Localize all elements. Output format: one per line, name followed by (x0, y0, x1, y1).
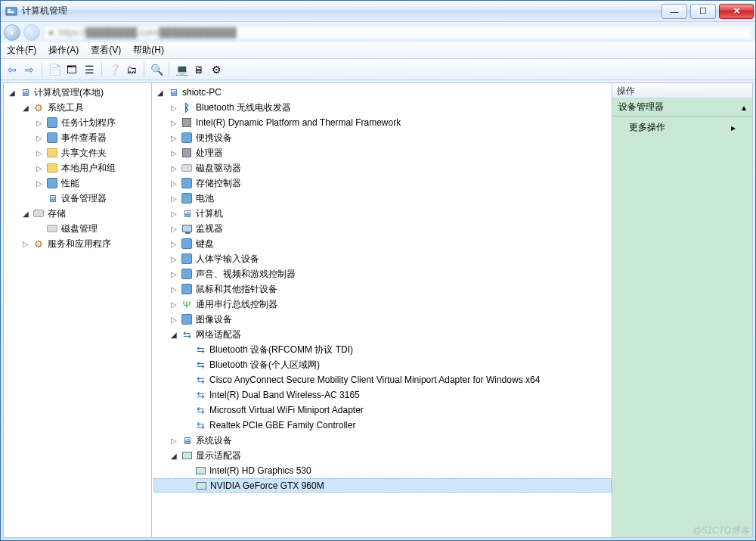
menu-view[interactable]: 查看(V) (85, 42, 127, 59)
help-button[interactable]: ❔ (106, 61, 122, 78)
tree-toggle[interactable]: ▷ (169, 163, 179, 173)
device-item[interactable]: ⇆Intel(R) Dual Band Wireless-AC 3165 (153, 387, 612, 403)
device-system-devices[interactable]: ▷🖥系统设备 (153, 433, 612, 448)
tree-toggle[interactable]: ◢ (20, 208, 31, 219)
device-network-adapters[interactable]: ◢⇆网络适配器 (153, 327, 612, 342)
device-tree-pane[interactable]: ◢🖥shiotc-PC▷ᛒBluetooth 无线电收发器▷Intel(R) D… (152, 83, 612, 537)
more-actions[interactable]: 更多操作 ▸ (612, 117, 752, 138)
device-category[interactable]: ▷便携设备 (153, 130, 612, 145)
tree-toggle[interactable]: ▷ (169, 193, 179, 204)
device-item[interactable]: Intel(R) HD Graphics 530 (153, 463, 612, 478)
collapse-icon[interactable]: ▴ (742, 102, 746, 113)
console-item[interactable]: 🖥设备管理器 (5, 191, 151, 206)
menu-action[interactable]: 操作(A) (42, 42, 85, 59)
console-item[interactable]: ▷共享文件夹 (5, 145, 151, 160)
device-category[interactable]: ▷监视器 (153, 221, 612, 236)
address-field[interactable]: ● https://████████.com/████████████ (43, 25, 752, 40)
device-category[interactable]: ▷Intel(R) Dynamic Platform and Thermal F… (153, 115, 612, 130)
device-category[interactable]: ▷鼠标和其他指针设备 (153, 281, 612, 297)
tree-toggle[interactable]: ▷ (169, 299, 179, 309)
tree-toggle[interactable]: ◢ (7, 87, 17, 98)
console-item[interactable]: ▷任务计划程序 (5, 115, 151, 130)
scan-button[interactable]: 💻 (173, 61, 190, 78)
device-root[interactable]: ◢🖥shiotc-PC (153, 85, 612, 100)
device-category[interactable]: ▷键盘 (153, 236, 612, 251)
actions-section[interactable]: 设备管理器 ▴ (612, 98, 752, 117)
minimize-button[interactable]: — (662, 4, 687, 19)
tree-toggle[interactable]: ◢ (20, 102, 31, 113)
up-button[interactable]: 📄 (46, 61, 63, 78)
console-item[interactable]: ▷事件查看器 (5, 130, 151, 145)
device-item[interactable]: ⇆Realtek PCIe GBE Family Controller (153, 418, 612, 433)
toolbar-button[interactable]: 🗂 (123, 61, 140, 78)
back-button[interactable]: ⇦ (4, 61, 20, 78)
tree-toggle[interactable]: ▷ (169, 148, 179, 158)
console-system-tools[interactable]: ◢⚙系统工具 (5, 100, 151, 115)
tree-toggle[interactable]: ▷ (34, 117, 45, 128)
actions-section-label: 设备管理器 (618, 101, 664, 113)
tree-toggle[interactable]: ▷ (169, 253, 179, 264)
device-item[interactable]: NVIDIA GeForce GTX 960M (153, 478, 612, 493)
device-category[interactable]: ▷🖥计算机 (153, 206, 612, 221)
device-item[interactable]: ⇆Bluetooth 设备(个人区域网) (153, 357, 612, 372)
device-category[interactable]: ▷声音、视频和游戏控制器 (153, 266, 612, 281)
toolbar-button[interactable]: ⚙ (208, 61, 225, 78)
app-icon (5, 5, 17, 17)
tree-toggle[interactable]: ▷ (34, 178, 45, 188)
tree-toggle[interactable]: ▷ (169, 117, 179, 128)
forward-button[interactable]: ⇨ (21, 61, 38, 78)
tree-toggle[interactable]: ▷ (34, 163, 45, 173)
tree-toggle[interactable]: ▷ (169, 102, 179, 113)
device-category[interactable]: ▷Ψ通用串行总线控制器 (153, 297, 612, 312)
device-category[interactable]: ▷图像设备 (153, 312, 612, 327)
tree-toggle[interactable]: ▷ (169, 178, 179, 188)
tree-item-label: 网络适配器 (196, 328, 241, 341)
device-category[interactable]: ▷处理器 (153, 145, 612, 160)
console-item[interactable]: ▷性能 (5, 176, 151, 191)
device-item[interactable]: ⇆Microsoft Virtual WiFi Miniport Adapter (153, 403, 612, 418)
console-tree-pane[interactable]: ◢🖥计算机管理(本地)◢⚙系统工具▷任务计划程序▷事件查看器▷共享文件夹▷本地用… (4, 83, 152, 537)
nav-forward-icon[interactable]: › (23, 24, 40, 41)
tree-toggle[interactable]: ▷ (34, 132, 45, 143)
menu-file[interactable]: 文件(F) (1, 42, 42, 59)
tree-toggle[interactable]: ▷ (169, 223, 179, 234)
titlebar[interactable]: 计算机管理 — ☐ ✕ (1, 1, 755, 22)
device-tree[interactable]: ◢🖥shiotc-PC▷ᛒBluetooth 无线电收发器▷Intel(R) D… (152, 83, 612, 494)
console-tree[interactable]: ◢🖥计算机管理(本地)◢⚙系统工具▷任务计划程序▷事件查看器▷共享文件夹▷本地用… (4, 83, 151, 253)
show-hide-tree-button[interactable]: 🗔 (64, 61, 80, 78)
device-category[interactable]: ▷人体学输入设备 (153, 251, 612, 266)
device-item[interactable]: ⇆Cisco AnyConnect Secure Mobility Client… (153, 372, 612, 387)
tree-toggle[interactable]: ▷ (169, 208, 179, 219)
network-icon: ⇆ (194, 389, 206, 401)
toolbar-button[interactable]: 🔍 (148, 61, 165, 78)
tree-toggle[interactable]: ◢ (169, 450, 179, 461)
tree-toggle[interactable]: ▷ (169, 435, 179, 446)
device-display-adapters[interactable]: ◢显示适配器 (153, 448, 612, 463)
uninstall-button[interactable]: 🖥 (191, 61, 207, 78)
maximize-button[interactable]: ☐ (690, 4, 716, 19)
device-item[interactable]: ⇆Bluetooth 设备(RFCOMM 协议 TDI) (153, 342, 612, 357)
properties-button[interactable]: ☰ (81, 61, 98, 78)
tree-toggle[interactable]: ◢ (155, 87, 166, 98)
device-category[interactable]: ▷磁盘驱动器 (153, 160, 612, 176)
menu-help[interactable]: 帮助(H) (127, 42, 170, 59)
tree-toggle[interactable]: ▷ (169, 284, 179, 294)
device-category[interactable]: ▷ᛒBluetooth 无线电收发器 (153, 100, 612, 115)
nav-back-icon[interactable]: ‹ (4, 24, 20, 41)
device-icon (181, 177, 193, 189)
close-button[interactable]: ✕ (719, 4, 754, 19)
tree-toggle[interactable]: ▷ (169, 238, 179, 249)
console-root[interactable]: ◢🖥计算机管理(本地) (5, 85, 151, 100)
device-category[interactable]: ▷存储控制器 (153, 176, 612, 191)
tree-toggle[interactable]: ▷ (20, 238, 31, 249)
tree-toggle[interactable]: ▷ (169, 132, 179, 143)
console-storage[interactable]: ◢存储 (5, 206, 151, 221)
tree-toggle[interactable]: ▷ (34, 148, 45, 158)
console-services[interactable]: ▷⚙服务和应用程序 (5, 236, 151, 251)
tree-toggle[interactable]: ◢ (169, 329, 179, 340)
device-category[interactable]: ▷电池 (153, 191, 612, 206)
tree-toggle[interactable]: ▷ (169, 314, 179, 325)
console-item[interactable]: ▷本地用户和组 (5, 160, 151, 176)
console-item[interactable]: 磁盘管理 (5, 221, 151, 236)
tree-toggle[interactable]: ▷ (169, 269, 179, 279)
